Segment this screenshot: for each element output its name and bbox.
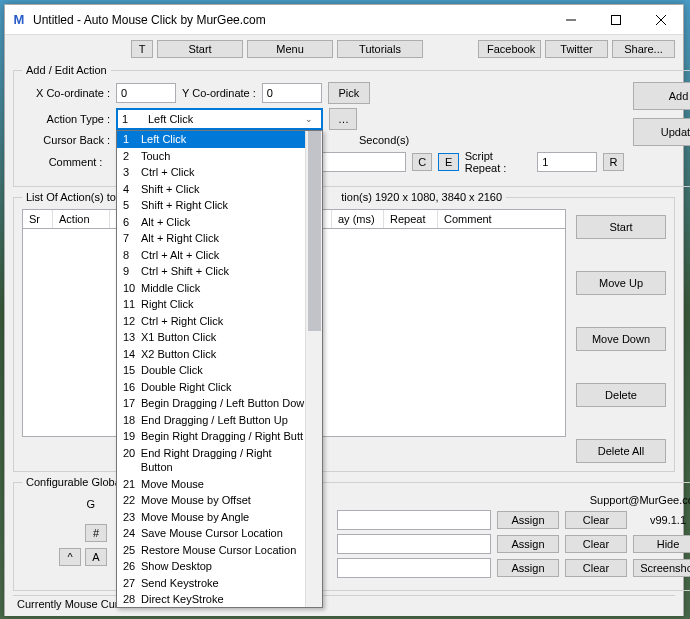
script-repeat-input[interactable] — [537, 152, 597, 172]
global-legend: Configurable Globa — [22, 476, 125, 488]
t-button[interactable]: T — [131, 40, 153, 58]
window-title: Untitled - Auto Mouse Click by MurGee.co… — [33, 13, 548, 27]
scrollbar-thumb[interactable] — [308, 131, 321, 331]
support-link[interactable]: Support@MurGee.com — [337, 494, 690, 506]
pick-button[interactable]: Pick — [328, 82, 370, 104]
e-button[interactable]: E — [438, 153, 458, 171]
ellipsis-button[interactable]: … — [329, 108, 357, 130]
y-label: Y Co-ordinate : — [182, 87, 256, 99]
dropdown-option[interactable]: 13X1 Button Click — [117, 329, 307, 346]
dropdown-option[interactable]: 18End Dragging / Left Button Up — [117, 412, 307, 429]
assign-button-2[interactable]: Assign — [497, 535, 559, 553]
dropdown-option[interactable]: 15Double Click — [117, 362, 307, 379]
start-button[interactable]: Start — [576, 215, 666, 239]
app-icon: M — [11, 12, 27, 28]
minimize-button[interactable] — [548, 5, 593, 34]
col-sr[interactable]: Sr — [23, 210, 53, 228]
add-button[interactable]: Add — [633, 82, 690, 110]
dropdown-option[interactable]: 26Show Desktop — [117, 558, 307, 575]
dropdown-option[interactable]: 1Left Click — [117, 131, 307, 148]
dropdown-scrollbar[interactable] — [305, 131, 322, 607]
dropdown-option[interactable]: 5Shift + Right Click — [117, 197, 307, 214]
dropdown-option[interactable]: 17Begin Dragging / Left Button Dow — [117, 395, 307, 412]
maximize-button[interactable] — [593, 5, 638, 34]
dropdown-option[interactable]: 8Ctrl + Alt + Click — [117, 247, 307, 264]
delete-button[interactable]: Delete — [576, 383, 666, 407]
caret-button[interactable]: ^ — [59, 548, 81, 566]
move-up-button[interactable]: Move Up — [576, 271, 666, 295]
dropdown-option[interactable]: 22Move Mouse by Offset — [117, 492, 307, 509]
global-fieldset: Configurable Globa G # ^ A Support@MurGe… — [13, 476, 690, 591]
svg-rect-1 — [611, 15, 620, 24]
g-label: G — [86, 498, 95, 510]
dropdown-option[interactable]: 11Right Click — [117, 296, 307, 313]
dropdown-option[interactable]: 7Alt + Right Click — [117, 230, 307, 247]
assign-input-1[interactable] — [337, 510, 491, 530]
tutorials-button[interactable]: Tutorials — [337, 40, 423, 58]
dropdown-option[interactable]: 28Direct KeyStroke — [117, 591, 307, 608]
assign-button-1[interactable]: Assign — [497, 511, 559, 529]
clear-button-2[interactable]: Clear — [565, 535, 627, 553]
x-input[interactable] — [116, 83, 176, 103]
dropdown-option[interactable]: 19Begin Right Dragging / Right Butt — [117, 428, 307, 445]
share-button[interactable]: Share... — [612, 40, 675, 58]
dropdown-option[interactable]: 29Hot Key — [117, 608, 307, 609]
add-edit-legend: Add / Edit Action — [22, 64, 111, 76]
add-edit-fieldset: Add / Edit Action X Co-ordinate : Y Co-o… — [13, 64, 690, 187]
dropdown-option[interactable]: 14X2 Button Click — [117, 346, 307, 363]
c-button[interactable]: C — [412, 153, 432, 171]
x-label: X Co-ordinate : — [22, 87, 110, 99]
assign-button-3[interactable]: Assign — [497, 559, 559, 577]
seconds-label: Second(s) — [359, 134, 409, 146]
close-button[interactable] — [638, 5, 683, 34]
col-action[interactable]: Action — [53, 210, 110, 228]
cursor-back-label: Cursor Back : — [22, 134, 110, 146]
dropdown-option[interactable]: 16Double Right Click — [117, 379, 307, 396]
dropdown-option[interactable]: 2Touch — [117, 148, 307, 165]
version-label: v99.1.1 — [633, 512, 690, 528]
dropdown-option[interactable]: 10Middle Click — [117, 280, 307, 297]
dropdown-option[interactable]: 12Ctrl + Right Click — [117, 313, 307, 330]
assign-input-3[interactable] — [337, 558, 491, 578]
col-comment[interactable]: Comment — [438, 210, 565, 228]
clear-button-3[interactable]: Clear — [565, 559, 627, 577]
dropdown-option[interactable]: 23Move Mouse by Angle — [117, 509, 307, 526]
dropdown-option[interactable]: 4Shift + Click — [117, 181, 307, 198]
dropdown-option[interactable]: 20End Right Dragging / Right Button — [117, 445, 307, 476]
dropdown-option[interactable]: 25Restore Mouse Cursor Location — [117, 542, 307, 559]
hide-button[interactable]: Hide — [633, 535, 690, 553]
facebook-button[interactable]: Facebook — [478, 40, 541, 58]
titlebar: M Untitled - Auto Mouse Click by MurGee.… — [5, 5, 683, 35]
screenshot-button[interactable]: Screenshot — [633, 559, 690, 577]
action-type-dropdown[interactable]: 1Left Click2Touch3Ctrl + Click4Shift + C… — [116, 130, 323, 608]
dropdown-option[interactable]: 6Alt + Click — [117, 214, 307, 231]
move-down-button[interactable]: Move Down — [576, 327, 666, 351]
delete-all-button[interactable]: Delete All — [576, 439, 666, 463]
list-fieldset: List Of Action(s) to Etion(s) 1920 x 108… — [13, 191, 675, 472]
twitter-button[interactable]: Twitter — [545, 40, 608, 58]
script-repeat-label: Script Repeat : — [465, 150, 532, 174]
dropdown-option[interactable]: 9Ctrl + Shift + Click — [117, 263, 307, 280]
action-type-select[interactable]: 1 Left Click ⌄ — [116, 108, 323, 130]
col-delay[interactable]: ay (ms) — [332, 210, 384, 228]
dropdown-option[interactable]: 24Save Mouse Cursor Location — [117, 525, 307, 542]
chevron-down-icon: ⌄ — [305, 114, 317, 124]
dropdown-option[interactable]: 3Ctrl + Click — [117, 164, 307, 181]
menu-button[interactable]: Menu — [247, 40, 333, 58]
clear-button-1[interactable]: Clear — [565, 511, 627, 529]
start-button-top[interactable]: Start — [157, 40, 243, 58]
assign-input-2[interactable] — [337, 534, 491, 554]
a-button[interactable]: A — [85, 548, 107, 566]
comment-label: Comment : — [22, 156, 102, 168]
y-input[interactable] — [262, 83, 322, 103]
update-button[interactable]: Update — [633, 118, 690, 146]
r-button[interactable]: R — [603, 153, 623, 171]
col-repeat[interactable]: Repeat — [384, 210, 438, 228]
hash-button[interactable]: # — [85, 524, 107, 542]
dropdown-option[interactable]: 27Send Keystroke — [117, 575, 307, 592]
action-type-label: Action Type : — [22, 113, 110, 125]
dropdown-option[interactable]: 21Move Mouse — [117, 476, 307, 493]
status-bar: Currently Mouse Cur — [13, 595, 675, 612]
